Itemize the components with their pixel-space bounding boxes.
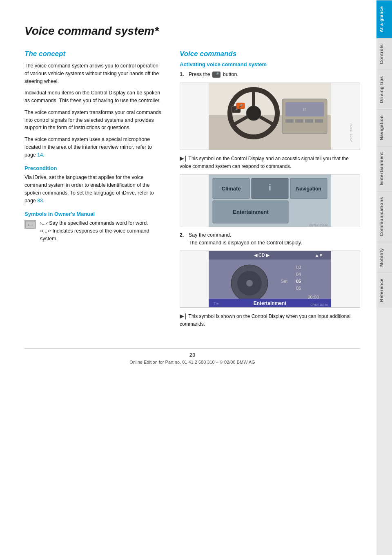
svg-text:Climate: Climate <box>222 186 241 192</box>
svg-text:Entertainment: Entertainment <box>254 300 287 306</box>
svg-text:G: G <box>303 107 306 112</box>
svg-rect-17 <box>315 119 323 123</box>
sidebar-tab-reference[interactable]: Reference <box>376 272 392 308</box>
step-2-text: Say the command.The command is displayed… <box>189 231 302 247</box>
precondition-text: Via iDrive, set the language that applie… <box>24 174 163 204</box>
svg-text:i: i <box>269 183 271 192</box>
step-1-text: Press the 🎤 button. <box>189 71 238 78</box>
symbol-text-1: ›...‹ Say the specified commands word fo… <box>40 219 163 242</box>
voice-symbol-icon-2: ▶ <box>180 313 184 319</box>
svg-rect-14 <box>285 119 294 123</box>
menu-diagram-box: Climate i Navigation Entertainment ENTAX… <box>180 174 360 227</box>
voice-button-icon: 🎤 <box>212 72 220 78</box>
concept-para-3: The voice command system transforms your… <box>24 109 163 132</box>
sidebar-tab-at-a-glance[interactable]: At a glance <box>376 0 392 38</box>
svg-text:Set: Set <box>281 279 288 284</box>
steering-diagram-box: 🎤 G 🎤 VOICZ-16POV <box>180 83 360 150</box>
right-column: Voice commands Activating voice command … <box>180 50 360 332</box>
main-content: Voice command system* The concept The vo… <box>0 0 376 555</box>
sidebar: At a glance Controls Driving tips Naviga… <box>376 0 392 555</box>
page-container: Voice command system* The concept The vo… <box>0 0 392 555</box>
svg-text:›...‹: ›...‹ <box>28 223 33 227</box>
svg-text:03: 03 <box>296 265 301 270</box>
sidebar-tab-navigation[interactable]: Navigation <box>376 109 392 146</box>
concept-para-2: Individual menu items on the Control Dis… <box>24 89 163 105</box>
footer-text: Online Edition for Part no. 01 41 2 600 … <box>129 360 255 365</box>
svg-rect-16 <box>305 119 313 123</box>
svg-rect-15 <box>295 119 303 123</box>
sidebar-tab-communications[interactable]: Communications <box>376 191 392 242</box>
concept-para-1: The voice command system allows you to c… <box>24 62 163 85</box>
voice-symbol-icon-1: ▶ <box>180 155 184 161</box>
page-14-link[interactable]: 14 <box>37 152 43 158</box>
svg-text:Tr♦: Tr♦ <box>214 302 219 306</box>
cd-svg: ◀ CD ▶ ▲▼ 03 04 05 06 Set <box>180 251 360 308</box>
svg-text:Navigation: Navigation <box>296 186 321 192</box>
step-2: 2. Say the command.The command is displa… <box>180 231 360 247</box>
sidebar-tab-entertainment[interactable]: Entertainment <box>376 146 392 190</box>
sidebar-tab-mobility[interactable]: Mobility <box>376 242 392 273</box>
precondition-heading: Precondition <box>24 165 163 171</box>
svg-text:CPIE4-1084A: CPIE4-1084A <box>310 303 328 306</box>
symbols-heading: Symbols in Owner's Manual <box>24 211 163 217</box>
svg-text:06: 06 <box>296 286 301 291</box>
voice-say-icon: ›...‹ <box>24 220 36 229</box>
concept-heading: The concept <box>24 50 163 58</box>
step-1: 1. Press the 🎤 button. <box>180 71 360 78</box>
svg-text:🎤: 🎤 <box>238 104 243 108</box>
sidebar-tab-controls[interactable]: Controls <box>376 38 392 70</box>
caption-1: ▶│ This symbol on the Control Display an… <box>180 154 360 170</box>
caption-2: ▶│ This symbol is shown on the Control D… <box>180 312 360 328</box>
page-footer: 23 Online Edition for Part no. 01 41 2 6… <box>24 348 360 365</box>
activating-heading: Activating voice command system <box>180 61 360 67</box>
menu-svg: Climate i Navigation Entertainment ENTAX… <box>180 174 360 227</box>
symbol-item-1: ›...‹ ›...‹ Say the specified commands w… <box>24 219 163 242</box>
svg-point-8 <box>246 106 261 121</box>
step-1-number: 1. <box>180 71 186 78</box>
svg-text:VOICZ-16POV: VOICZ-16POV <box>350 123 353 142</box>
step-2-number: 2. <box>180 231 186 247</box>
page-number: 23 <box>24 352 360 358</box>
page-title: Voice command system* <box>24 25 360 38</box>
concept-para-4: The voice command system uses a special … <box>24 136 163 159</box>
svg-point-37 <box>246 280 253 286</box>
svg-text:▲▼: ▲▼ <box>315 253 323 257</box>
voice-commands-heading: Voice commands <box>180 50 360 58</box>
svg-text:Entertainment: Entertainment <box>233 209 269 215</box>
steering-wheel-svg: 🎤 G 🎤 VOICZ-16POV <box>180 83 360 150</box>
sidebar-tab-driving-tips[interactable]: Driving tips <box>376 70 392 109</box>
svg-text:05: 05 <box>296 279 301 284</box>
svg-text:ENTAX-1534A: ENTAX-1534A <box>310 224 328 227</box>
svg-rect-32 <box>209 251 331 260</box>
left-column: The concept The voice command system all… <box>24 50 163 332</box>
svg-text:04: 04 <box>296 272 301 277</box>
cd-diagram-box: ◀ CD ▶ ▲▼ 03 04 05 06 Set <box>180 251 360 308</box>
svg-text:◀ CD ▶: ◀ CD ▶ <box>254 253 270 257</box>
page-88-link[interactable]: 88 <box>37 198 43 204</box>
columns-layout: The concept The voice command system all… <box>24 50 360 332</box>
